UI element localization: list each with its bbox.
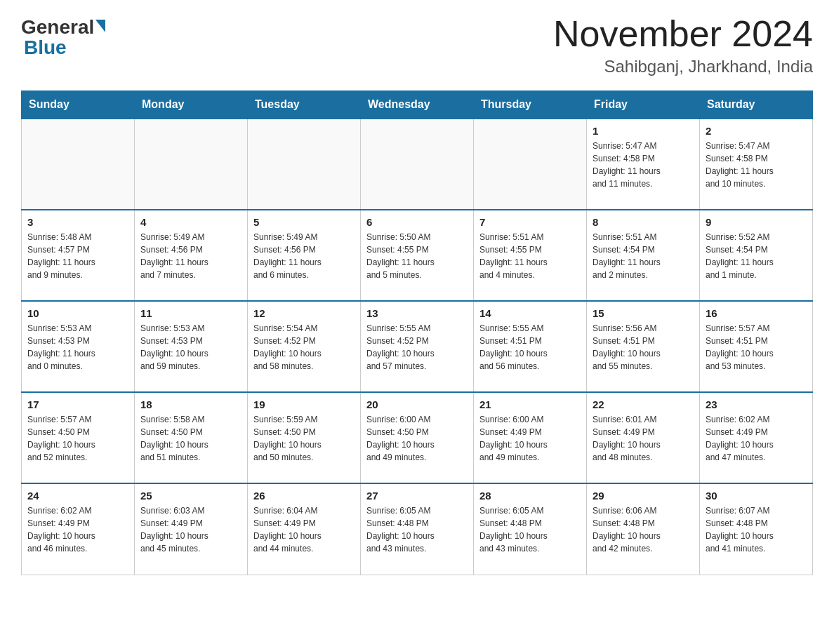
- day-info: Sunrise: 5:57 AM Sunset: 4:51 PM Dayligh…: [706, 322, 807, 373]
- day-number: 18: [140, 398, 241, 410]
- logo-general-text: General: [21, 18, 105, 37]
- day-number: 25: [140, 490, 241, 502]
- calendar-cell: 20Sunrise: 6:00 AM Sunset: 4:50 PM Dayli…: [361, 392, 474, 483]
- day-info: Sunrise: 5:54 AM Sunset: 4:52 PM Dayligh…: [253, 322, 355, 373]
- day-info: Sunrise: 5:51 AM Sunset: 4:54 PM Dayligh…: [593, 231, 694, 281]
- day-info: Sunrise: 6:06 AM Sunset: 4:48 PM Dayligh…: [593, 504, 694, 555]
- calendar-cell: 28Sunrise: 6:05 AM Sunset: 4:48 PM Dayli…: [474, 483, 587, 575]
- calendar-header-friday: Friday: [587, 91, 700, 119]
- day-info: Sunrise: 5:50 AM Sunset: 4:55 PM Dayligh…: [366, 231, 468, 281]
- calendar-cell: 29Sunrise: 6:06 AM Sunset: 4:48 PM Dayli…: [587, 483, 700, 575]
- week-row-5: 24Sunrise: 6:02 AM Sunset: 4:49 PM Dayli…: [22, 483, 813, 575]
- day-info: Sunrise: 6:07 AM Sunset: 4:48 PM Dayligh…: [706, 504, 807, 555]
- day-number: 5: [253, 216, 355, 228]
- day-number: 1: [593, 125, 694, 137]
- day-info: Sunrise: 6:05 AM Sunset: 4:48 PM Dayligh…: [479, 504, 581, 555]
- day-number: 9: [706, 216, 807, 228]
- day-number: 19: [253, 398, 355, 410]
- day-number: 8: [593, 216, 694, 228]
- day-number: 22: [593, 398, 694, 410]
- week-row-4: 17Sunrise: 5:57 AM Sunset: 4:50 PM Dayli…: [22, 392, 813, 483]
- calendar-cell: 4Sunrise: 5:49 AM Sunset: 4:56 PM Daylig…: [135, 210, 248, 301]
- calendar-cell: 16Sunrise: 5:57 AM Sunset: 4:51 PM Dayli…: [700, 301, 813, 392]
- calendar-cell: 1Sunrise: 5:47 AM Sunset: 4:58 PM Daylig…: [587, 119, 700, 210]
- calendar-cell: 19Sunrise: 5:59 AM Sunset: 4:50 PM Dayli…: [248, 392, 361, 483]
- calendar-cell: 12Sunrise: 5:54 AM Sunset: 4:52 PM Dayli…: [248, 301, 361, 392]
- calendar-cell: 5Sunrise: 5:49 AM Sunset: 4:56 PM Daylig…: [248, 210, 361, 301]
- month-title: November 2024: [553, 14, 813, 54]
- day-number: 16: [706, 307, 807, 319]
- calendar-header-row: SundayMondayTuesdayWednesdayThursdayFrid…: [22, 91, 813, 119]
- calendar-cell: 14Sunrise: 5:55 AM Sunset: 4:51 PM Dayli…: [474, 301, 587, 392]
- day-number: 17: [27, 398, 128, 410]
- day-number: 12: [253, 307, 355, 319]
- day-info: Sunrise: 6:04 AM Sunset: 4:49 PM Dayligh…: [253, 504, 355, 555]
- day-info: Sunrise: 5:59 AM Sunset: 4:50 PM Dayligh…: [253, 413, 355, 464]
- day-number: 29: [593, 490, 694, 502]
- day-info: Sunrise: 6:01 AM Sunset: 4:49 PM Dayligh…: [593, 413, 694, 464]
- calendar-header-thursday: Thursday: [474, 91, 587, 119]
- day-number: 27: [366, 490, 468, 502]
- calendar-header-saturday: Saturday: [700, 91, 813, 119]
- calendar-cell: 25Sunrise: 6:03 AM Sunset: 4:49 PM Dayli…: [135, 483, 248, 575]
- calendar-cell: 30Sunrise: 6:07 AM Sunset: 4:48 PM Dayli…: [700, 483, 813, 575]
- calendar-cell: 27Sunrise: 6:05 AM Sunset: 4:48 PM Dayli…: [361, 483, 474, 575]
- calendar-cell: [474, 119, 587, 210]
- calendar-cell: 24Sunrise: 6:02 AM Sunset: 4:49 PM Dayli…: [22, 483, 135, 575]
- logo-general-label: General: [21, 18, 94, 37]
- day-number: 6: [366, 216, 468, 228]
- day-info: Sunrise: 5:47 AM Sunset: 4:58 PM Dayligh…: [593, 140, 694, 190]
- day-info: Sunrise: 5:57 AM Sunset: 4:50 PM Dayligh…: [27, 413, 128, 464]
- week-row-1: 1Sunrise: 5:47 AM Sunset: 4:58 PM Daylig…: [22, 119, 813, 210]
- calendar-cell: 6Sunrise: 5:50 AM Sunset: 4:55 PM Daylig…: [361, 210, 474, 301]
- calendar-header-tuesday: Tuesday: [248, 91, 361, 119]
- day-number: 11: [140, 307, 241, 319]
- day-number: 13: [366, 307, 468, 319]
- calendar-cell: 26Sunrise: 6:04 AM Sunset: 4:49 PM Dayli…: [248, 483, 361, 575]
- day-info: Sunrise: 5:53 AM Sunset: 4:53 PM Dayligh…: [27, 322, 128, 373]
- day-number: 26: [253, 490, 355, 502]
- day-info: Sunrise: 5:49 AM Sunset: 4:56 PM Dayligh…: [140, 231, 241, 281]
- day-info: Sunrise: 6:02 AM Sunset: 4:49 PM Dayligh…: [27, 504, 128, 555]
- week-row-2: 3Sunrise: 5:48 AM Sunset: 4:57 PM Daylig…: [22, 210, 813, 301]
- calendar-cell: 7Sunrise: 5:51 AM Sunset: 4:55 PM Daylig…: [474, 210, 587, 301]
- day-number: 7: [479, 216, 581, 228]
- calendar-header-wednesday: Wednesday: [361, 91, 474, 119]
- day-info: Sunrise: 6:02 AM Sunset: 4:49 PM Dayligh…: [706, 413, 807, 464]
- day-number: 3: [27, 216, 128, 228]
- week-row-3: 10Sunrise: 5:53 AM Sunset: 4:53 PM Dayli…: [22, 301, 813, 392]
- calendar-cell: 10Sunrise: 5:53 AM Sunset: 4:53 PM Dayli…: [22, 301, 135, 392]
- day-number: 24: [27, 490, 128, 502]
- day-number: 21: [479, 398, 581, 410]
- calendar-cell: [135, 119, 248, 210]
- logo: General Blue: [21, 14, 105, 59]
- calendar-cell: 21Sunrise: 6:00 AM Sunset: 4:49 PM Dayli…: [474, 392, 587, 483]
- day-number: 20: [366, 398, 468, 410]
- logo-arrow-icon: [95, 20, 105, 32]
- calendar-cell: 15Sunrise: 5:56 AM Sunset: 4:51 PM Dayli…: [587, 301, 700, 392]
- location-subtitle: Sahibganj, Jharkhand, India: [553, 57, 813, 76]
- day-number: 15: [593, 307, 694, 319]
- day-info: Sunrise: 5:53 AM Sunset: 4:53 PM Dayligh…: [140, 322, 241, 373]
- day-info: Sunrise: 5:56 AM Sunset: 4:51 PM Dayligh…: [593, 322, 694, 373]
- day-number: 28: [479, 490, 581, 502]
- calendar-cell: 13Sunrise: 5:55 AM Sunset: 4:52 PM Dayli…: [361, 301, 474, 392]
- calendar-cell: 2Sunrise: 5:47 AM Sunset: 4:58 PM Daylig…: [700, 119, 813, 210]
- title-block: November 2024 Sahibganj, Jharkhand, Indi…: [553, 14, 813, 76]
- calendar-cell: 22Sunrise: 6:01 AM Sunset: 4:49 PM Dayli…: [587, 392, 700, 483]
- day-info: Sunrise: 6:03 AM Sunset: 4:49 PM Dayligh…: [140, 504, 241, 555]
- calendar-cell: 17Sunrise: 5:57 AM Sunset: 4:50 PM Dayli…: [22, 392, 135, 483]
- day-info: Sunrise: 5:51 AM Sunset: 4:55 PM Dayligh…: [479, 231, 581, 281]
- day-info: Sunrise: 5:48 AM Sunset: 4:57 PM Dayligh…: [27, 231, 128, 281]
- logo-blue-label: Blue: [24, 37, 67, 59]
- day-number: 23: [706, 398, 807, 410]
- day-number: 2: [706, 125, 807, 137]
- calendar-cell: 8Sunrise: 5:51 AM Sunset: 4:54 PM Daylig…: [587, 210, 700, 301]
- calendar-table: SundayMondayTuesdayWednesdayThursdayFrid…: [21, 90, 813, 575]
- calendar-cell: [361, 119, 474, 210]
- day-number: 14: [479, 307, 581, 319]
- page-header: General Blue November 2024 Sahibganj, Jh…: [21, 14, 813, 76]
- calendar-cell: 3Sunrise: 5:48 AM Sunset: 4:57 PM Daylig…: [22, 210, 135, 301]
- calendar-cell: [248, 119, 361, 210]
- day-info: Sunrise: 5:58 AM Sunset: 4:50 PM Dayligh…: [140, 413, 241, 464]
